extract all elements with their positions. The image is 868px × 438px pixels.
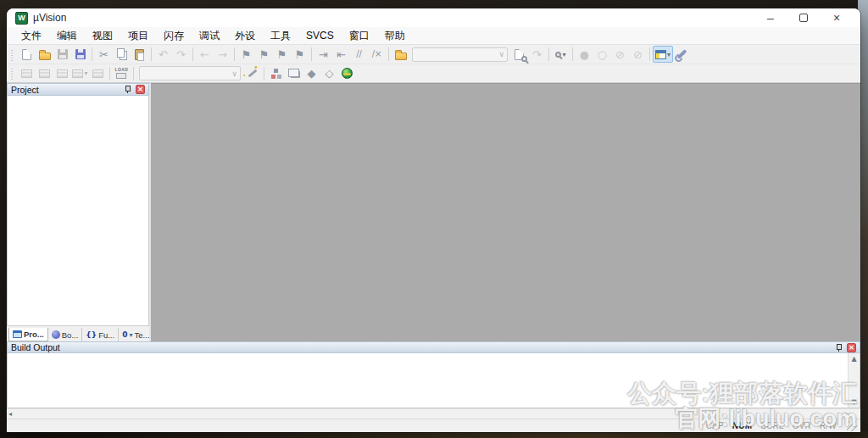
- pack-installer-button[interactable]: [338, 65, 356, 82]
- build-button[interactable]: [36, 65, 53, 82]
- separator: [264, 67, 264, 80]
- pin-icon[interactable]: [124, 85, 131, 94]
- tab-templates[interactable]: 0▾ Te...: [119, 328, 153, 341]
- separator: [192, 47, 193, 61]
- separator: [649, 47, 650, 61]
- undo-icon: ↶: [159, 49, 168, 60]
- copy-icon: [117, 48, 125, 58]
- scroll-lock-indicator: SCRL: [760, 421, 783, 430]
- menu-edit[interactable]: 编辑: [49, 27, 85, 44]
- target-select[interactable]: ∨: [139, 66, 241, 80]
- scroll-right-icon[interactable]: ▸: [845, 408, 849, 419]
- build-output-title: Build Output: [11, 342, 835, 352]
- find-in-files-button[interactable]: [392, 46, 409, 63]
- project-panel-close-button[interactable]: ×: [136, 85, 145, 94]
- disable-all-breakpoints-button[interactable]: ⊘: [611, 46, 629, 63]
- translate-button[interactable]: [18, 65, 36, 82]
- search-input[interactable]: ∨: [412, 47, 508, 62]
- project-panel-title: Project: [11, 85, 124, 95]
- menu-flash[interactable]: 闪存: [156, 27, 192, 44]
- project-tree[interactable]: [7, 96, 149, 326]
- select-software-packs-button[interactable]: ◇: [320, 65, 338, 82]
- build-output-header[interactable]: Build Output ×: [7, 341, 860, 353]
- project-panel: Project × Pro... Bo... {} Fu...: [7, 83, 151, 341]
- indent-icon: ⇥: [319, 49, 328, 60]
- menu-help[interactable]: 帮助: [377, 27, 413, 44]
- navigate-forward-button[interactable]: →: [214, 46, 231, 63]
- manage-project-items-button[interactable]: [267, 65, 285, 82]
- pin-icon[interactable]: [835, 343, 843, 352]
- save-all-button[interactable]: [71, 46, 89, 63]
- open-file-button[interactable]: [36, 46, 53, 63]
- uncomment-selection-button[interactable]: /×: [368, 46, 386, 63]
- copy-button[interactable]: [113, 46, 131, 63]
- kill-all-breakpoints-button[interactable]: ⊘: [629, 46, 647, 63]
- uncomment-icon: /×: [372, 50, 382, 58]
- toggle-bookmark-button[interactable]: ⚑: [237, 46, 255, 63]
- save-button[interactable]: [53, 46, 71, 63]
- previous-bookmark-button[interactable]: ⚑: [255, 46, 273, 63]
- books-tab-icon: [52, 330, 60, 339]
- build-output-content[interactable]: ▲ ▼: [7, 353, 860, 408]
- scroll-left-icon[interactable]: ◂: [8, 408, 12, 419]
- stacked-windows-icon: [291, 71, 300, 78]
- enable-breakpoint-button[interactable]: ○: [593, 46, 611, 63]
- indent-left-button[interactable]: ⇤: [332, 46, 350, 63]
- tab-books[interactable]: Bo...: [48, 328, 83, 341]
- close-button[interactable]: ×: [830, 11, 843, 25]
- next-bookmark-button[interactable]: ⚑: [273, 46, 291, 63]
- bookmark-prev-icon: ⚑: [259, 49, 270, 60]
- undo-button[interactable]: ↶: [154, 46, 172, 63]
- title-bar[interactable]: W µVision – ×: [7, 8, 860, 27]
- horizontal-scrollbar[interactable]: ◂ ▸: [7, 408, 860, 419]
- build-output-close-button[interactable]: ×: [847, 343, 856, 352]
- tab-functions[interactable]: {} Fu...: [82, 328, 119, 341]
- configure-tools-button[interactable]: [673, 46, 691, 63]
- project-panel-header[interactable]: Project ×: [7, 83, 149, 96]
- comment-selection-button[interactable]: //: [350, 46, 368, 63]
- clear-bookmarks-button[interactable]: ⚑: [291, 46, 309, 63]
- menu-view[interactable]: 视图: [85, 27, 120, 44]
- menu-svcs[interactable]: SVCS: [298, 27, 342, 44]
- cut-button[interactable]: ✂: [95, 46, 113, 63]
- stop-build-button[interactable]: [89, 65, 107, 82]
- toolbar-grip[interactable]: [11, 67, 15, 80]
- menu-tools[interactable]: 工具: [263, 27, 298, 44]
- paste-button[interactable]: [131, 46, 148, 63]
- scroll-up-icon[interactable]: ▲: [851, 353, 856, 364]
- find-options-button[interactable]: ▾: [552, 46, 570, 63]
- vertical-scrollbar[interactable]: ▲ ▼: [848, 353, 860, 408]
- pack-installer-globe-icon: [342, 68, 353, 79]
- insert-breakpoint-button[interactable]: ●: [576, 46, 593, 63]
- incremental-find-button[interactable]: ↷: [528, 46, 546, 63]
- combo-dropdown-icon[interactable]: ∨: [231, 69, 237, 78]
- menu-debug[interactable]: 调试: [192, 27, 227, 44]
- runtime-environment-button[interactable]: ◆: [303, 65, 320, 82]
- bookmark-icon: ⚑: [242, 49, 252, 60]
- separator: [92, 47, 92, 61]
- redo-button[interactable]: ↷: [172, 46, 190, 63]
- find-next-button[interactable]: [510, 46, 528, 63]
- indent-right-button[interactable]: ⇥: [314, 46, 332, 63]
- download-button[interactable]: LOAD: [113, 65, 131, 82]
- resize-grip[interactable]: [847, 421, 857, 431]
- navigate-back-button[interactable]: ←: [196, 46, 214, 63]
- window-layout-icon: [655, 50, 666, 59]
- tab-project[interactable]: Pro...: [8, 328, 48, 341]
- new-file-button[interactable]: [18, 46, 36, 63]
- rebuild-button[interactable]: [53, 65, 71, 82]
- menu-project[interactable]: 项目: [120, 27, 156, 44]
- menu-file[interactable]: 文件: [14, 27, 49, 44]
- maximize-button[interactable]: [799, 14, 808, 22]
- manage-books-button[interactable]: [285, 65, 303, 82]
- menu-window[interactable]: 窗口: [342, 27, 377, 44]
- toolbar-grip[interactable]: [11, 48, 15, 61]
- combo-dropdown-icon[interactable]: ∨: [498, 50, 504, 58]
- scroll-down-icon[interactable]: ▼: [851, 396, 856, 408]
- minimize-button[interactable]: –: [764, 11, 777, 25]
- menu-peripherals[interactable]: 外设: [227, 27, 263, 44]
- batch-build-button[interactable]: ▾: [71, 65, 89, 82]
- batch-build-icon: [72, 69, 83, 78]
- target-options-button[interactable]: [243, 65, 261, 82]
- debug-windows-button[interactable]: ▾: [653, 46, 673, 63]
